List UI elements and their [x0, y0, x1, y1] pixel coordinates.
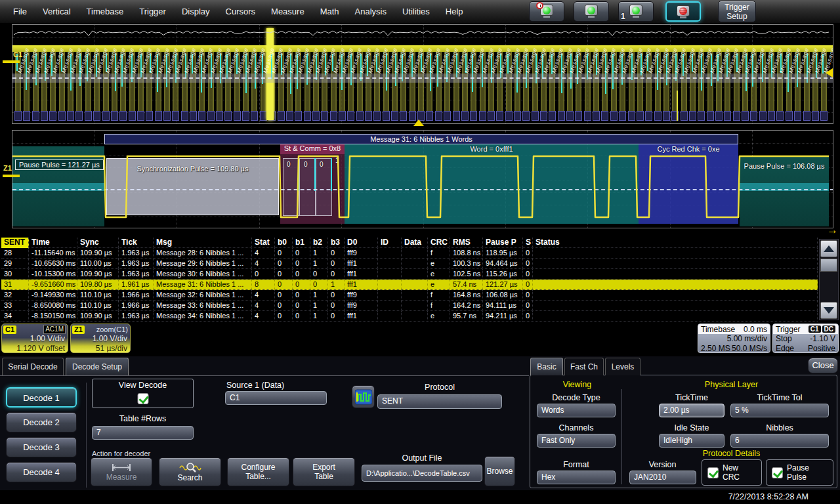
decode-3-button[interactable]: Decode 3	[6, 437, 77, 457]
menu-trigger[interactable]: Trigger	[131, 7, 174, 16]
protocol-icon-button[interactable]	[352, 385, 375, 408]
tab-decode-setup[interactable]: Decode Setup	[66, 358, 129, 375]
source-field[interactable]: C1	[225, 391, 327, 405]
c1-tag: C1	[3, 326, 16, 334]
table-row[interactable]: 34-8.150150 ms109.90 µs1.963 µsMessage 3…	[1, 311, 818, 322]
trigger-level-marker-icon[interactable]	[826, 68, 833, 77]
channels-select[interactable]: Fast Only	[537, 434, 616, 448]
scroll-up-button[interactable]	[820, 240, 837, 257]
format-select[interactable]: Hex	[537, 471, 616, 484]
column-header-b2[interactable]: b2	[310, 238, 328, 248]
menu-timebase[interactable]: Timebase	[79, 7, 132, 16]
column-header-pause-p[interactable]: Pause P	[483, 238, 523, 248]
trigger-box[interactable]: Trigger C1 DC Stop -1.10 V Edge Positive	[772, 324, 839, 353]
tab-serial-decode[interactable]: Serial Decode	[2, 358, 64, 375]
menu-cursors[interactable]: Cursors	[218, 7, 264, 16]
decode-1-button[interactable]: Decode 1	[6, 387, 77, 408]
timebase-title: Timebase	[701, 325, 735, 334]
cell: 0	[275, 248, 293, 259]
table-row[interactable]: 31-9.651660 ms109.80 µs1.961 µsMessage 3…	[1, 280, 818, 290]
column-header-sent[interactable]: SENT	[1, 238, 29, 248]
decode-type-select[interactable]: Words	[537, 404, 616, 417]
cell: 1.963 µs	[119, 259, 154, 269]
ticktime-field[interactable]: 2.00 µs	[659, 404, 724, 417]
normal-trigger-button[interactable]	[574, 1, 609, 22]
column-header-sync[interactable]: Sync	[77, 238, 119, 248]
trigger-position-marker-icon[interactable]	[413, 119, 424, 126]
tab-fast-ch[interactable]: Fast Ch	[564, 358, 604, 375]
column-header-status[interactable]: Status	[533, 238, 818, 248]
z1-position-indicator[interactable]	[3, 175, 20, 177]
timebase-box[interactable]: Timebase 0.0 ms 5.00 ms/div 2.50 MS 50.0…	[698, 324, 770, 353]
column-header-crc[interactable]: CRC	[428, 238, 450, 248]
table-row[interactable]: 29-10.65630 ms110.00 µs1.963 µsMessage 2…	[1, 259, 818, 269]
cell: 57.4 ns	[450, 280, 483, 290]
message-footer-box	[41, 111, 48, 121]
message-footer-box	[759, 111, 766, 121]
column-header-s[interactable]: S	[523, 238, 533, 248]
column-header-b1[interactable]: b1	[293, 238, 310, 248]
table-row[interactable]: 32-9.149930 ms110.10 µs1.966 µsMessage 3…	[1, 290, 818, 301]
table-row[interactable]: 28-11.15640 ms109.90 µs1.963 µsMessage 2…	[1, 248, 818, 259]
new-crc-checkbox[interactable]	[707, 467, 719, 478]
c1-descriptor-box[interactable]: C1 AC1M 1.00 V/div 1.120 V offset	[1, 324, 68, 353]
trigger-setup-button[interactable]: Trigger Setup	[718, 1, 756, 22]
column-header-id[interactable]: ID	[378, 238, 402, 248]
table-scrollbar[interactable]	[819, 239, 839, 320]
column-header-msg[interactable]: Msg	[154, 238, 252, 248]
stop-trigger-button[interactable]	[665, 1, 701, 22]
auto-trigger-button[interactable]	[529, 1, 564, 22]
table-row[interactable]: 30-10.15300 ms109.90 µs1.963 µsMessage 3…	[1, 269, 818, 280]
c1-position-indicator[interactable]	[3, 60, 20, 63]
protocol-field[interactable]: SENT	[377, 394, 502, 409]
browse-button[interactable]: Browse	[484, 456, 515, 486]
measure-button[interactable]: Measure	[91, 457, 152, 486]
cell	[378, 290, 402, 301]
configure-table-button[interactable]: Configure Table...	[227, 457, 289, 486]
message-footer-box	[514, 111, 521, 121]
column-header-b3[interactable]: b3	[328, 238, 345, 248]
menu-vertical[interactable]: Vertical	[35, 7, 79, 16]
single-trigger-button[interactable]: 1	[618, 1, 654, 22]
column-header-d0[interactable]: D0	[345, 238, 378, 248]
tab-basic[interactable]: Basic	[530, 358, 563, 375]
menu-analysis[interactable]: Analysis	[347, 7, 394, 16]
column-header-b0[interactable]: b0	[275, 238, 293, 248]
scroll-right-arrow-icon[interactable]: →	[827, 224, 838, 237]
close-button[interactable]: Close	[808, 358, 838, 373]
menu-utilities[interactable]: Utilities	[394, 7, 438, 16]
scroll-down-button[interactable]	[820, 302, 837, 319]
table-rows-field[interactable]: 7	[92, 426, 194, 440]
column-header-time[interactable]: Time	[29, 238, 77, 248]
browse-label: Browse	[486, 467, 513, 476]
export-table-button[interactable]: Export Table	[293, 457, 355, 486]
cell: fff1	[345, 311, 378, 322]
menu-display[interactable]: Display	[174, 7, 218, 16]
cell: Message 34: 6 Nibbles 1 ...	[154, 311, 252, 322]
z1-descriptor-box[interactable]: Z1 zoom(C1) 1.00 V/div 51 µs/div	[70, 324, 131, 353]
nibbles-field[interactable]: 6	[730, 434, 829, 448]
menu-math[interactable]: Math	[312, 7, 347, 16]
output-file-field[interactable]: D:\Applicatio...\DecodeTable.csv	[362, 465, 482, 482]
column-header-stat[interactable]: Stat	[252, 238, 275, 248]
tab-levels[interactable]: Levels	[605, 358, 640, 375]
ticktime-tol-field[interactable]: 5 %	[730, 404, 829, 417]
table-row[interactable]: 33-8.650080 ms110.10 µs1.966 µsMessage 3…	[1, 301, 818, 311]
menu-help[interactable]: Help	[438, 7, 471, 16]
decode-4-button[interactable]: Decode 4	[6, 462, 77, 482]
idle-state-select[interactable]: IdleHigh	[659, 434, 724, 448]
search-button[interactable]: Search	[159, 457, 221, 486]
menu-file[interactable]: File	[5, 7, 35, 16]
scrollbar-thumb[interactable]	[820, 259, 837, 272]
column-header-tick[interactable]: Tick	[119, 238, 154, 248]
column-header-data[interactable]: Data	[402, 238, 428, 248]
main-waveform-grid[interactable]: MessageMessageMessageMessageMessageMessa…	[12, 24, 833, 124]
column-header-rms[interactable]: RMS	[450, 238, 483, 248]
menu-measure[interactable]: Measure	[263, 7, 312, 16]
decode-2-button[interactable]: Decode 2	[6, 412, 77, 432]
zoom-waveform-grid[interactable]: Pause Pulse = 121.27 µs Message 31: 6 Ni…	[12, 130, 833, 228]
pause-pulse-checkbox[interactable]	[772, 467, 783, 478]
version-select[interactable]: JAN2010	[629, 471, 696, 484]
view-decode-checkbox[interactable]	[137, 393, 148, 404]
message-footer-box	[575, 111, 582, 121]
